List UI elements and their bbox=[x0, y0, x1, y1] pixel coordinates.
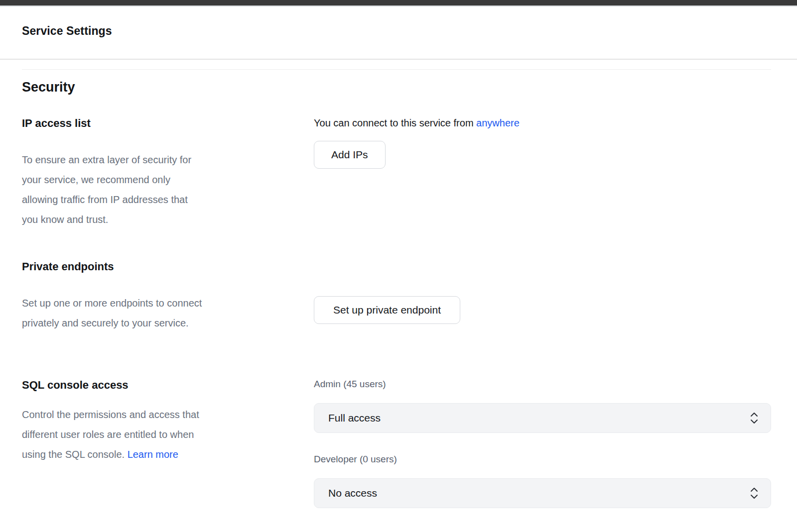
admin-access-select[interactable]: Full access bbox=[314, 403, 771, 433]
description-line: allowing traffic from IP addresses that bbox=[22, 190, 314, 210]
developer-access-selected-value: No access bbox=[328, 487, 377, 499]
developer-users-label: Developer (0 users) bbox=[314, 454, 771, 465]
settings-content: Security IP access list To ensure an ext… bbox=[0, 69, 797, 508]
page-title: Service Settings bbox=[22, 24, 775, 38]
chevron-updown-icon bbox=[750, 411, 759, 426]
private-endpoints-title: Private endpoints bbox=[22, 260, 314, 273]
anywhere-link[interactable]: anywhere bbox=[476, 117, 520, 128]
ip-access-description: To ensure an extra layer of security for… bbox=[22, 150, 314, 229]
sql-console-section: SQL console access Control the permissio… bbox=[22, 379, 771, 508]
top-window-bar bbox=[0, 0, 797, 6]
description-line: Set up one or more endpoints to connect bbox=[22, 293, 314, 313]
description-line: To ensure an extra layer of security for bbox=[22, 150, 314, 170]
description-line: you know and trust. bbox=[22, 210, 314, 229]
ip-access-left-column: IP access list To ensure an extra layer … bbox=[22, 117, 314, 229]
admin-access-selected-value: Full access bbox=[328, 412, 381, 424]
admin-users-label: Admin (45 users) bbox=[314, 379, 771, 390]
section-divider bbox=[22, 69, 771, 70]
private-endpoints-right-column: Set up private endpoint bbox=[314, 260, 771, 333]
page-header: Service Settings bbox=[0, 6, 797, 38]
connect-status-prefix: You can connect to this service from bbox=[314, 117, 476, 128]
description-line-text: using the SQL console. bbox=[22, 449, 128, 460]
sql-console-left-column: SQL console access Control the permissio… bbox=[22, 379, 314, 508]
description-line: Control the permissions and access that bbox=[22, 405, 314, 425]
sql-console-title: SQL console access bbox=[22, 379, 314, 392]
private-endpoints-section: Private endpoints Set up one or more end… bbox=[22, 260, 771, 333]
setup-private-endpoint-button[interactable]: Set up private endpoint bbox=[314, 296, 460, 324]
header-divider bbox=[0, 59, 797, 60]
description-line: different user roles are entitled to whe… bbox=[22, 425, 314, 444]
add-ips-button[interactable]: Add IPs bbox=[314, 141, 386, 169]
ip-access-section: IP access list To ensure an extra layer … bbox=[22, 117, 771, 229]
sql-console-description: Control the permissions and access that … bbox=[22, 405, 314, 464]
private-endpoints-left-column: Private endpoints Set up one or more end… bbox=[22, 260, 314, 333]
learn-more-link[interactable]: Learn more bbox=[128, 449, 178, 460]
ip-access-title: IP access list bbox=[22, 117, 314, 130]
description-line: your service, we recommend only bbox=[22, 170, 314, 190]
security-heading: Security bbox=[22, 80, 771, 95]
description-line: privately and securely to your service. bbox=[22, 313, 314, 333]
sql-console-right-column: Admin (45 users) Full access Developer (… bbox=[314, 379, 771, 508]
chevron-updown-icon bbox=[750, 486, 759, 501]
connect-status-text: You can connect to this service from any… bbox=[314, 117, 771, 129]
description-line: using the SQL console. Learn more bbox=[22, 444, 314, 464]
ip-access-right-column: You can connect to this service from any… bbox=[314, 117, 771, 229]
developer-access-select[interactable]: No access bbox=[314, 478, 771, 508]
private-endpoints-description: Set up one or more endpoints to connect … bbox=[22, 293, 314, 333]
